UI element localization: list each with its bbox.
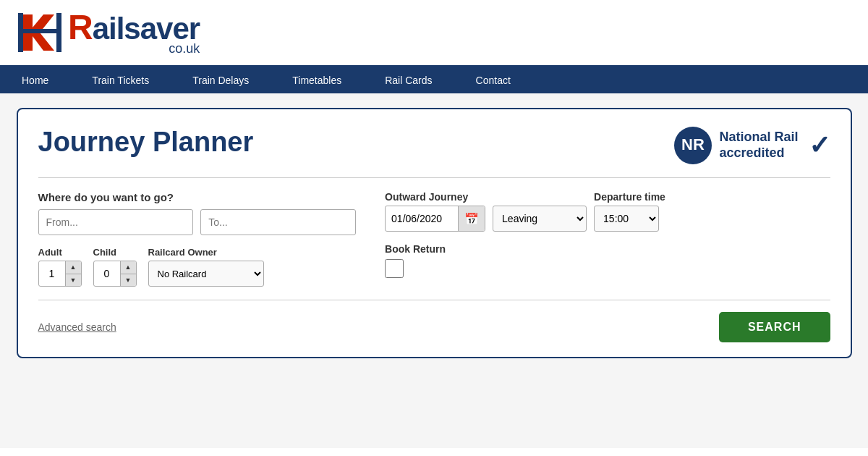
planner-title: Journey Planner [38,127,254,158]
adult-spinner: 1 ▲ ▼ [38,261,82,287]
outward-date-group: Outward Journey 01/06/2020 📅 [385,191,485,232]
planner-divider-bottom [38,300,830,300]
logo-text: Railsaver co.uk [68,10,200,55]
left-form-section: Where do you want to go? Adult 1 ▲ ▼ [38,191,357,287]
book-return-label: Book Return [385,243,830,255]
nav-item-timetables[interactable]: Timetables [271,67,363,93]
time-select[interactable]: 15:00 15:30 16:00 [594,206,659,232]
planner-header: Journey Planner NR National Rail accredi… [38,127,830,164]
child-label: Child [93,247,137,258]
right-form-section: Outward Journey 01/06/2020 📅 . Leaving [385,191,830,278]
planner-footer: Advanced search SEARCH [38,312,830,342]
leaving-select[interactable]: Leaving Arriving [493,206,587,232]
book-return-checkbox[interactable] [385,259,404,278]
logo-couk: co.uk [68,42,200,55]
logo: Railsaver co.uk [14,7,200,58]
child-counter-group: Child 0 ▲ ▼ [93,247,137,287]
child-arrows: ▲ ▼ [120,261,136,286]
railcard-select[interactable]: No Railcard 16-25 Railcard Senior Railca… [148,261,264,287]
national-rail-icon: NR [674,127,712,164]
nav-item-train-tickets[interactable]: Train Tickets [70,67,171,93]
child-value[interactable]: 0 [94,268,120,279]
svg-text:NR: NR [682,135,705,153]
form-section: Where do you want to go? Adult 1 ▲ ▼ [38,191,830,287]
outward-row: Outward Journey 01/06/2020 📅 . Leaving [385,191,830,232]
railcard-label: Railcard Owner [148,247,264,258]
nav-item-home[interactable]: Home [0,67,70,93]
national-rail-badge: NR National Rail accredited ✓ [674,127,830,164]
adult-up-arrow[interactable]: ▲ [66,261,81,274]
leaving-group: . Leaving Arriving [493,191,587,232]
child-spinner: 0 ▲ ▼ [93,261,137,287]
nav-item-train-delays[interactable]: Train Delays [171,67,271,93]
child-down-arrow[interactable]: ▼ [121,274,136,287]
date-input-wrapper: 01/06/2020 📅 [385,206,485,232]
departure-time-group: Departure time 15:00 15:30 16:00 [594,191,665,232]
book-return-row: Book Return [385,243,830,278]
calendar-icon-button[interactable]: 📅 [458,206,485,231]
adult-value[interactable]: 1 [39,268,65,279]
header: Railsaver co.uk [0,0,868,67]
national-rail-text: National Rail accredited [719,130,798,161]
journey-planner-box: Journey Planner NR National Rail accredi… [17,108,852,358]
navigation: Home Train Tickets Train Delays Timetabl… [0,67,868,93]
main-content: Journey Planner NR National Rail accredi… [0,93,868,448]
nav-item-contact[interactable]: Contact [454,67,532,93]
from-input[interactable] [38,209,194,235]
adult-counter-group: Adult 1 ▲ ▼ [38,247,82,287]
date-input[interactable]: 01/06/2020 [386,208,458,229]
logo-brand: Railsaver [68,10,200,45]
departure-label: Departure time [594,191,665,203]
outward-label: Outward Journey [385,191,485,203]
search-button[interactable]: SEARCH [719,312,830,342]
calendar-icon: 📅 [464,212,479,226]
accredited-checkmark: ✓ [809,130,830,161]
destination-question: Where do you want to go? [38,191,357,203]
railcard-group: Railcard Owner No Railcard 16-25 Railcar… [148,247,264,287]
adult-label: Adult [38,247,82,258]
planner-divider-top [38,177,830,178]
to-input[interactable] [200,209,356,235]
train-logo-icon [14,7,65,58]
counters-row: Adult 1 ▲ ▼ Child 0 [38,247,357,287]
adult-down-arrow[interactable]: ▼ [66,274,81,287]
from-to-row [38,209,357,235]
child-up-arrow[interactable]: ▲ [121,261,136,274]
svg-rect-3 [18,29,61,33]
advanced-search-link[interactable]: Advanced search [38,321,116,333]
adult-arrows: ▲ ▼ [65,261,81,286]
nav-item-rail-cards[interactable]: Rail Cards [363,67,454,93]
